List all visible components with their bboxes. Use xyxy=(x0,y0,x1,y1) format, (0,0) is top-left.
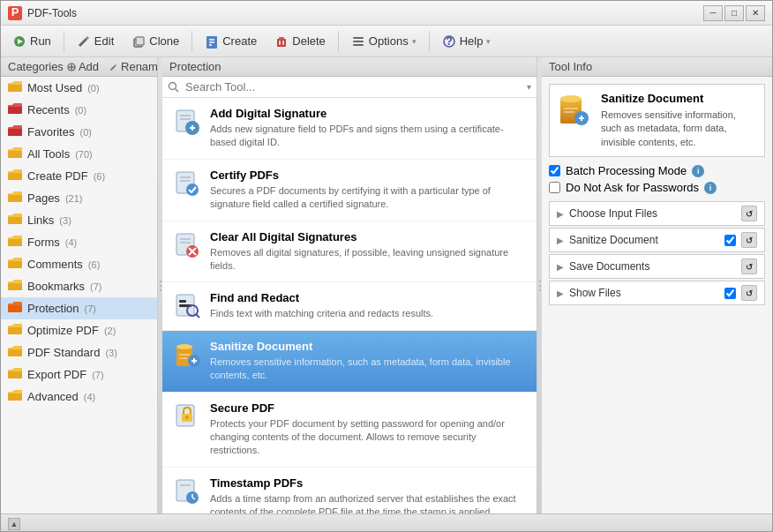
tool-info-add-digital-signature: Add Digital Signature Adds new signature… xyxy=(210,107,526,150)
tool-name-sanitize-document: Sanitize Document xyxy=(210,340,526,353)
tool-name-clear-all-digital-signatures: Clear All Digital Signatures xyxy=(210,230,526,244)
sidebar-item-label: Pages xyxy=(27,191,60,205)
svg-point-27 xyxy=(160,289,161,291)
sidebar-item-optimize-pdf[interactable]: Optimize PDF (2) xyxy=(1,319,157,341)
minimize-button[interactable]: ─ xyxy=(703,5,723,21)
tool-icon-sanitize-document xyxy=(173,340,201,368)
clone-icon xyxy=(131,34,146,49)
workflow-step-sanitize-doc-step[interactable]: ▶ Sanitize Document ↺ xyxy=(549,228,765,252)
separator-1 xyxy=(64,31,64,52)
sidebar-item-count: (4) xyxy=(65,237,77,248)
workflow-step-show-files[interactable]: ▶ Show Files ↺ xyxy=(549,281,765,305)
tool-desc-sanitize-document: Removes sensitive information, such as m… xyxy=(210,356,526,383)
batch-processing-info-icon[interactable]: i xyxy=(692,165,704,177)
svg-rect-11 xyxy=(279,37,284,40)
tool-info-sanitize-document: Sanitize Document Removes sensitive info… xyxy=(210,340,526,383)
tool-name-timestamp-pdfs: Timestamp PDFs xyxy=(210,476,526,490)
sidebar-item-comments[interactable]: Comments (6) xyxy=(1,253,157,275)
step-reset-button-sanitize-doc-step[interactable]: ↺ xyxy=(741,232,757,248)
bottom-strip: ▲ xyxy=(1,513,772,532)
middle-panel: Protection ▾ Add Digital Signature Adds … xyxy=(162,57,537,513)
middle-panel-header: Protection xyxy=(162,57,537,77)
separator-4 xyxy=(429,31,430,52)
tool-info-header-label: Tool Info xyxy=(549,60,592,73)
options-label: Options xyxy=(369,34,409,48)
svg-rect-16 xyxy=(353,44,364,46)
tool-item-timestamp-pdfs[interactable]: Timestamp PDFs Adds a time stamp from an… xyxy=(162,468,537,513)
step-reset-button-show-files[interactable]: ↺ xyxy=(741,285,757,301)
tool-item-certify-pdfs[interactable]: Certify PDFs Secures a PDF documents by … xyxy=(162,160,537,221)
sidebar-item-all-tools[interactable]: All Tools (70) xyxy=(1,143,157,165)
collapse-button[interactable]: ▲ xyxy=(8,518,20,530)
help-button[interactable]: ? Help ▾ xyxy=(434,29,499,54)
sidebar-item-count: (0) xyxy=(79,127,91,138)
tools-list: Add Digital Signature Adds new signature… xyxy=(162,98,537,513)
tool-item-sanitize-document[interactable]: Sanitize Document Removes sensitive info… xyxy=(162,331,537,393)
step-reset-button-choose-input[interactable]: ↺ xyxy=(741,206,757,221)
right-panel: Tool Info Sanitize Document Removes xyxy=(542,57,772,513)
step-reset-button-save-docs[interactable]: ↺ xyxy=(741,259,757,274)
add-category-button[interactable]: Add xyxy=(64,59,102,74)
close-button[interactable]: ✕ xyxy=(746,5,765,21)
tool-icon-clear-all-digital-signatures xyxy=(173,230,201,259)
tool-item-clear-all-digital-signatures[interactable]: Clear All Digital Signatures Removes all… xyxy=(162,221,537,283)
svg-point-39 xyxy=(186,184,199,196)
tool-item-find-and-redact[interactable]: Find and Redact Finds text with matching… xyxy=(162,282,537,330)
do-not-ask-row: Do Not Ask for Passwords i xyxy=(549,181,765,194)
sidebar-item-links[interactable]: Links (3) xyxy=(1,209,157,231)
search-input[interactable] xyxy=(185,80,522,94)
workflow-step-save-docs[interactable]: ▶ Save Documents ↺ xyxy=(549,254,765,279)
tool-desc-secure-pdf: Protects your PDF document by setting pa… xyxy=(210,417,526,458)
sidebar-item-forms[interactable]: Forms (4) xyxy=(1,231,157,253)
title-bar: P PDF-Tools ─ □ ✕ xyxy=(1,1,772,26)
step-checkbox-sanitize-doc-step[interactable] xyxy=(724,235,736,246)
folder-icon xyxy=(8,102,22,117)
do-not-ask-checkbox[interactable] xyxy=(549,182,560,193)
sidebar-item-advanced[interactable]: Advanced (4) xyxy=(1,386,157,408)
sidebar-item-bookmarks[interactable]: Bookmarks (7) xyxy=(1,275,157,297)
sidebar-item-favorites[interactable]: Favorites (0) xyxy=(1,121,157,143)
create-button[interactable]: Create xyxy=(197,29,265,54)
step-checkbox-show-files[interactable] xyxy=(724,288,736,299)
sidebar-item-protection[interactable]: Protection (7) xyxy=(1,297,157,319)
clone-button[interactable]: Clone xyxy=(124,29,187,54)
delete-button[interactable]: Delete xyxy=(266,29,334,54)
batch-processing-row: Batch Processing Mode i xyxy=(549,164,765,177)
svg-rect-14 xyxy=(353,37,364,39)
run-button[interactable]: Run xyxy=(4,29,59,54)
search-dropdown-button[interactable]: ▾ xyxy=(527,82,531,92)
app-title: PDF-Tools xyxy=(27,7,77,19)
tool-name-secure-pdf: Secure PDF xyxy=(210,401,526,415)
maximize-button[interactable]: □ xyxy=(724,5,744,21)
sidebar-item-label: Forms xyxy=(27,236,60,249)
rename-category-button[interactable]: Rename xyxy=(106,59,158,74)
edit-button[interactable]: Edit xyxy=(69,29,122,54)
help-arrow: ▾ xyxy=(486,37,491,46)
workflow-step-choose-input[interactable]: ▶ Choose Input Files ↺ xyxy=(549,201,765,226)
run-label: Run xyxy=(30,34,51,48)
tool-item-secure-pdf[interactable]: Secure PDF Protects your PDF document by… xyxy=(162,393,537,468)
sidebar-item-create-pdf[interactable]: Create PDF (6) xyxy=(1,165,157,187)
sidebar-item-label: Links xyxy=(27,214,54,227)
tool-name-certify-pdfs: Certify PDFs xyxy=(210,169,526,182)
sidebar-item-label: Comments xyxy=(27,258,83,271)
batch-processing-checkbox[interactable] xyxy=(549,165,560,176)
sidebar-item-count: (3) xyxy=(105,348,116,358)
batch-processing-label: Batch Processing Mode xyxy=(566,164,687,177)
middle-header-label: Protection xyxy=(169,60,221,73)
add-btn-label: Add xyxy=(79,60,99,73)
sidebar-item-export-pdf[interactable]: Export PDF (7) xyxy=(1,363,157,386)
create-label: Create xyxy=(222,34,257,48)
sidebar-item-recents[interactable]: Recents (0) xyxy=(1,99,157,121)
svg-text:P: P xyxy=(11,7,19,19)
do-not-ask-info-icon[interactable]: i xyxy=(704,182,717,194)
sidebar-item-pdf-standard[interactable]: PDF Standard (3) xyxy=(1,341,157,363)
tool-info-timestamp-pdfs: Timestamp PDFs Adds a time stamp from an… xyxy=(210,476,526,513)
svg-rect-15 xyxy=(353,41,364,42)
options-button[interactable]: Options ▾ xyxy=(343,29,424,54)
sidebar-item-most-used[interactable]: Most Used (0) xyxy=(1,77,157,99)
sidebar-item-count: (6) xyxy=(88,259,100,270)
sidebar-item-pages[interactable]: Pages (21) xyxy=(1,187,157,209)
tool-item-add-digital-signature[interactable]: Add Digital Signature Adds new signature… xyxy=(162,98,537,160)
tool-name-add-digital-signature: Add Digital Signature xyxy=(210,107,526,120)
